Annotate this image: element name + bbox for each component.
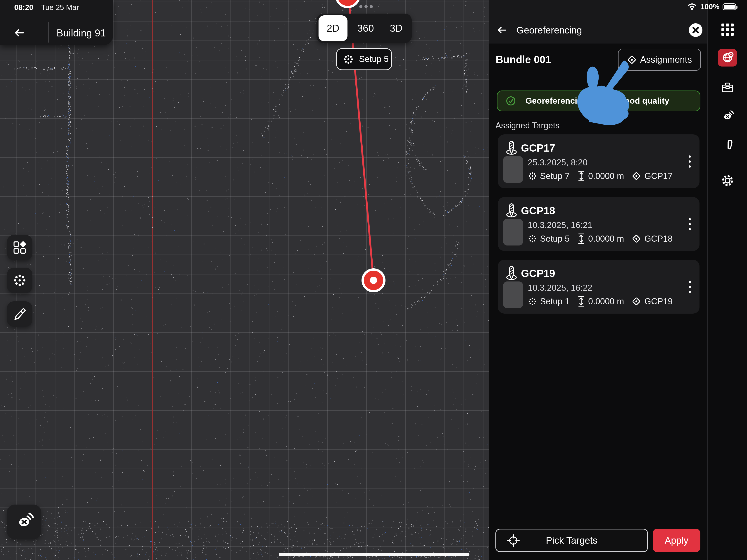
toolbox-button[interactable]: [721, 81, 734, 95]
pick-targets-label: Pick Targets: [496, 530, 647, 552]
status-time-date: 08:20Tue 25 Mar: [14, 3, 79, 12]
setups-tool-button[interactable]: [7, 268, 32, 293]
close-icon: [688, 23, 703, 37]
point-cloud-canvas: [0, 0, 489, 560]
target-name: GCP18: [521, 203, 555, 218]
georeferencing-panel: Georeferencing Bundle 001 Assignments Ge…: [489, 0, 707, 560]
wifi-icon: [687, 3, 697, 11]
panel-close-button[interactable]: [688, 23, 703, 37]
assignments-button[interactable]: Assignments: [618, 49, 701, 71]
target-meta-row: Setup 7 0.0000 m GCP17: [528, 169, 673, 183]
quality-banner: Georeferencing of very good quality: [497, 91, 700, 111]
target-id-icon: [632, 297, 641, 306]
target-setup: Setup 5: [540, 234, 570, 244]
settings-button[interactable]: [721, 174, 734, 187]
quality-message: Georeferencing of very good quality: [525, 96, 669, 106]
target-id: GCP18: [644, 234, 673, 244]
panel-header: Georeferencing: [489, 0, 707, 44]
setups-icon: [343, 54, 354, 65]
target-id: GCP17: [644, 171, 673, 181]
status-time: 08:20: [14, 3, 33, 11]
divider: [48, 22, 49, 43]
project-title: Building 91: [56, 25, 106, 41]
target-thumbnail[interactable]: [503, 156, 523, 183]
target-card[interactable]: GCP18 10.3.2025, 16:21 Setup 5 0.0000 m …: [498, 197, 699, 251]
target-height: 0.0000 m: [588, 234, 624, 244]
setups-icon: [528, 297, 537, 306]
attachments-icon: [721, 138, 734, 152]
back-arrow-icon: [496, 24, 509, 37]
view-mode-360[interactable]: 360: [350, 14, 381, 43]
gcp-marker-icon: [505, 141, 518, 155]
assigned-targets-list: GCP17 25.3.2025, 8:20 Setup 7 0.0000 m G…: [489, 0, 707, 560]
status-right: 100%: [687, 2, 736, 12]
pick-targets-button[interactable]: Pick Targets: [495, 529, 648, 552]
assignments-label: Assignments: [640, 54, 692, 65]
bundle-name: Bundle 001: [496, 51, 551, 68]
target-menu-button[interactable]: [684, 278, 695, 296]
right-toolbar: [707, 0, 747, 560]
gcp-marker-icon: [505, 266, 518, 281]
setups-icon: [528, 172, 537, 181]
target-thumbnail[interactable]: [503, 281, 523, 308]
target-id-icon: [632, 234, 641, 244]
target-card[interactable]: GCP17 25.3.2025, 8:20 Setup 7 0.0000 m G…: [498, 134, 699, 188]
instrument-height-icon: [577, 296, 585, 307]
apply-label: Apply: [665, 535, 688, 546]
target-meta-row: Setup 1 0.0000 m GCP19: [528, 295, 673, 308]
scan-signal-off-icon: [721, 110, 734, 123]
scan-signal-off-button[interactable]: [721, 110, 734, 123]
target-assignment-icon: [627, 55, 637, 65]
target-setup: Setup 7: [540, 171, 570, 181]
georeferencing-globe-icon: [721, 51, 734, 64]
panel-title: Georeferencing: [516, 22, 582, 39]
target-id-icon: [632, 171, 641, 181]
apps-grid-button[interactable]: [721, 23, 734, 36]
view-mode-toggle[interactable]: 2D 360 3D: [316, 14, 412, 43]
gcp-marker-icon: [505, 203, 518, 218]
target-name: GCP19: [521, 266, 555, 281]
target-card[interactable]: GCP19 10.3.2025, 16:22 Setup 1 0.0000 m …: [498, 260, 699, 313]
instrument-height-icon: [577, 233, 585, 244]
measure-pen-icon: [13, 307, 27, 321]
target-datetime: 10.3.2025, 16:22: [528, 281, 592, 294]
current-setup-marker[interactable]: [361, 269, 386, 292]
home-indicator[interactable]: [279, 553, 469, 556]
section-title: Assigned Targets: [495, 119, 560, 133]
back-arrow-icon: [13, 26, 26, 40]
check-circle-icon: [506, 96, 516, 106]
target-id: GCP19: [644, 297, 673, 306]
target-datetime: 10.3.2025, 16:21: [528, 219, 592, 231]
status-date: Tue 25 Mar: [41, 3, 79, 11]
toolbox-icon: [721, 81, 734, 95]
scan-visibility-off-icon: [15, 512, 34, 532]
target-menu-button[interactable]: [684, 215, 695, 233]
target-menu-button[interactable]: [684, 153, 695, 170]
settings-gear-icon: [721, 174, 734, 187]
panel-back-button[interactable]: [496, 24, 509, 37]
battery-percent: 100%: [700, 2, 719, 11]
scan-visibility-button[interactable]: [7, 505, 42, 539]
objects-icon: [13, 240, 27, 255]
setups-icon: [13, 273, 27, 287]
back-button[interactable]: [13, 26, 26, 40]
target-height: 0.0000 m: [588, 171, 624, 181]
setup-label: Setup 5: [359, 54, 389, 64]
attachments-button[interactable]: [721, 138, 734, 152]
instrument-height-icon: [577, 171, 585, 181]
georeferencing-tool-button[interactable]: [718, 49, 737, 67]
target-thumbnail[interactable]: [503, 219, 523, 246]
apply-button[interactable]: Apply: [653, 529, 700, 552]
project-header: 08:20Tue 25 Mar Building 91: [0, 0, 113, 45]
target-datetime: 25.3.2025, 8:20: [528, 156, 588, 169]
measure-tool-button[interactable]: [7, 301, 32, 327]
target-setup: Setup 1: [540, 297, 570, 306]
point-cloud-map[interactable]: 08:20Tue 25 Mar Building 91 2D 360 3D Se…: [0, 0, 489, 560]
ellipsis-icon: [359, 5, 373, 8]
setup-label-pill[interactable]: Setup 5: [336, 48, 392, 70]
target-name: GCP17: [521, 141, 555, 155]
target-height: 0.0000 m: [588, 297, 624, 306]
objects-tool-button[interactable]: [7, 235, 32, 260]
view-mode-3d[interactable]: 3D: [383, 14, 410, 43]
view-mode-2d[interactable]: 2D: [318, 16, 347, 41]
